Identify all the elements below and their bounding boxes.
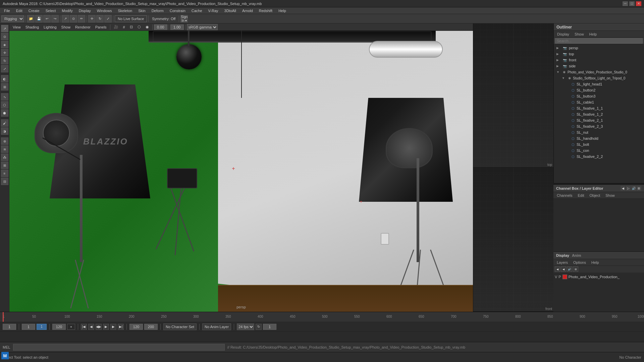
vp-shading-menu[interactable]: Shading bbox=[23, 25, 41, 29]
sculpt-tool[interactable]: ◑ bbox=[1, 127, 8, 135]
menu-vray[interactable]: V-Ray bbox=[206, 8, 221, 13]
menu-help[interactable]: Help bbox=[276, 8, 289, 13]
outliner-item-sl-fixative-1-2[interactable]: ⬡ SL_fixative_1_2 bbox=[554, 111, 644, 117]
outliner-item-front[interactable]: ▶ 📷 front bbox=[554, 57, 644, 63]
ch-tab-channels[interactable]: Channels bbox=[555, 193, 574, 198]
menu-modify[interactable]: Modify bbox=[59, 8, 75, 13]
grid-btn[interactable]: # bbox=[121, 25, 127, 29]
menu-redshift[interactable]: Redshift bbox=[256, 8, 275, 13]
outliner-item-sl-con[interactable]: ⬡ SL_con bbox=[554, 147, 644, 154]
anim-end2-input[interactable] bbox=[144, 324, 158, 330]
outliner-item-sl-fixative-2-3[interactable]: ⬡ SL_fixative_2_3 bbox=[554, 123, 644, 129]
dl-icon-btn2[interactable]: ◀ bbox=[561, 266, 566, 272]
show-manipulator-tool[interactable]: ⊞ bbox=[1, 83, 8, 90]
range-end-input[interactable] bbox=[52, 324, 66, 330]
restore-button[interactable]: □ bbox=[629, 1, 635, 6]
exposure-input[interactable] bbox=[154, 24, 167, 30]
step-back-btn[interactable]: ◀ bbox=[88, 324, 94, 330]
fps-select[interactable]: 24 fps bbox=[237, 323, 254, 330]
menu-constrain[interactable]: Constrain bbox=[167, 8, 188, 13]
dl-icon-btn3[interactable]: 🔊 bbox=[567, 266, 572, 272]
ch-tab-edit[interactable]: Edit bbox=[576, 193, 586, 198]
menu-skeleton[interactable]: Skeleton bbox=[115, 8, 135, 13]
save-btn[interactable]: 💾 bbox=[35, 15, 43, 22]
outliner-item-sl-cable1[interactable]: ⬡ SL_cable1 bbox=[554, 99, 644, 105]
paint-tool[interactable]: 🖌 bbox=[1, 119, 8, 127]
undo-btn[interactable]: ↩ bbox=[43, 15, 51, 22]
layers-tool[interactable]: ≡ bbox=[1, 170, 8, 177]
outliner-item-softbox-light[interactable]: ▼ ✱ Studio_Softbox_Light_on_Tripod_0 bbox=[554, 75, 644, 81]
dl-icon-btn1[interactable]: ◀ bbox=[555, 266, 560, 272]
gamma-profile-select[interactable]: sRGB gamma bbox=[187, 24, 218, 30]
go-to-start-btn[interactable]: |◀ bbox=[81, 324, 87, 330]
outliner-item-sl-fixative-1-1[interactable]: ⬡ SL_fixative_1_1 bbox=[554, 105, 644, 111]
soft-modify-tool[interactable]: ◐ bbox=[1, 75, 8, 82]
channel-icon-4[interactable]: ⊞ bbox=[637, 186, 641, 191]
anim-end-input[interactable] bbox=[129, 324, 143, 330]
no-character-set-selector[interactable]: No Character Set bbox=[163, 323, 197, 330]
xgen-tool[interactable]: ⊛ bbox=[1, 137, 8, 145]
viewport-3d[interactable]: BLAZZIO bbox=[9, 31, 473, 312]
outliner-item-sl-fixative-2-2[interactable]: ⬡ SL_fixative_2_2 bbox=[554, 154, 644, 160]
smooth-btn[interactable]: ◉ bbox=[144, 24, 151, 29]
mini-view-front[interactable]: front bbox=[473, 168, 553, 312]
vp-renderer-menu[interactable]: Renderer bbox=[73, 25, 93, 29]
channel-icon-3[interactable]: 🔊 bbox=[631, 186, 636, 191]
move-btn[interactable]: ✛ bbox=[88, 15, 96, 22]
select-tool[interactable]: ↗ bbox=[1, 25, 8, 32]
channel-icon-2[interactable]: ▷ bbox=[626, 186, 631, 191]
vp-lighting-menu[interactable]: Lighting bbox=[42, 25, 59, 29]
dl-tab-options[interactable]: Options bbox=[571, 260, 588, 265]
menu-windows[interactable]: Windows bbox=[94, 8, 115, 13]
outliner-item-persp[interactable]: ▶ 📷 persp bbox=[554, 45, 644, 51]
open-file-btn[interactable]: 📁 bbox=[27, 15, 35, 22]
scale-btn[interactable]: ⤢ bbox=[104, 15, 112, 22]
layer-row[interactable]: V P Photo_and_Video_Production_ bbox=[555, 274, 643, 280]
menu-display[interactable]: Display bbox=[76, 8, 94, 13]
auto-key-btn[interactable]: ● bbox=[67, 324, 75, 330]
camera-btn[interactable]: 🎥 bbox=[112, 24, 120, 29]
ch-tab-show[interactable]: Show bbox=[603, 193, 617, 198]
outliner-item-photo-studio[interactable]: ▼ ✱ Photo_and_Video_Production_Studio_0 bbox=[554, 69, 644, 75]
go-to-end-btn[interactable]: ▶| bbox=[118, 324, 124, 330]
menu-3dtoall[interactable]: 3DtoAll bbox=[222, 8, 239, 13]
menu-cache[interactable]: Cache bbox=[189, 8, 205, 13]
menu-edit[interactable]: Edit bbox=[13, 8, 25, 13]
outliner-item-sl-button2[interactable]: ⬡ SL_button2 bbox=[554, 87, 644, 93]
rotate-tool[interactable]: ↻ bbox=[1, 57, 8, 64]
paint-btn[interactable]: ✏ bbox=[78, 15, 85, 22]
scale-tool[interactable]: ⤢ bbox=[1, 65, 8, 72]
dl-icon-btn4[interactable]: ⊞ bbox=[573, 266, 578, 272]
close-button[interactable]: ✕ bbox=[636, 1, 641, 6]
outliner-tab-show[interactable]: Show bbox=[573, 32, 586, 37]
surface-tool[interactable]: ⬡ bbox=[1, 101, 8, 109]
vp-panels-menu[interactable]: Panels bbox=[93, 25, 109, 29]
menu-create[interactable]: Create bbox=[26, 8, 42, 13]
lasso-tool[interactable]: ⊙ bbox=[1, 33, 8, 40]
workspace-select[interactable]: Rigging bbox=[1, 15, 24, 22]
range-start-input[interactable] bbox=[22, 324, 35, 330]
sign-in-btn[interactable]: Sign In ▾ bbox=[180, 15, 188, 22]
minimize-button[interactable]: ─ bbox=[623, 1, 628, 6]
menu-arnold[interactable]: Arnold bbox=[239, 8, 256, 13]
ch-tab-object[interactable]: Object bbox=[587, 193, 602, 198]
timeline-ruler[interactable]: 1 50 100 150 200 250 300 350 400 450 500… bbox=[0, 312, 644, 322]
outliner-item-sl-bolt[interactable]: ⬡ SL_bolt bbox=[554, 141, 644, 147]
dl-tab-help[interactable]: Help bbox=[589, 260, 601, 265]
outliner-item-sl-handhold[interactable]: ⬡ SL_handhold bbox=[554, 135, 644, 141]
move-tool[interactable]: ✛ bbox=[1, 49, 8, 56]
no-anim-layer-selector[interactable]: No Anim Layer bbox=[202, 323, 231, 330]
play-back-btn[interactable]: ◀▶ bbox=[96, 324, 102, 330]
channel-icon-1[interactable]: ◀ bbox=[621, 186, 625, 191]
hair-tool[interactable]: ≋ bbox=[1, 145, 8, 153]
step-fwd-btn[interactable]: ▶ bbox=[110, 324, 116, 330]
menu-skin[interactable]: Skin bbox=[136, 8, 148, 13]
outliner-item-side[interactable]: ▶ 📷 side bbox=[554, 63, 644, 69]
mel-input[interactable] bbox=[13, 344, 225, 351]
current-frame-input[interactable] bbox=[3, 324, 16, 330]
rotate-btn[interactable]: ↻ bbox=[96, 15, 104, 22]
frame-btn[interactable]: ⊡ bbox=[128, 24, 135, 29]
play-btn[interactable]: ▶ bbox=[103, 324, 109, 330]
outliner-item-sl-light-head1[interactable]: ⬡ SL_light_head1 bbox=[554, 81, 644, 87]
outliner-tab-help[interactable]: Help bbox=[587, 32, 599, 37]
